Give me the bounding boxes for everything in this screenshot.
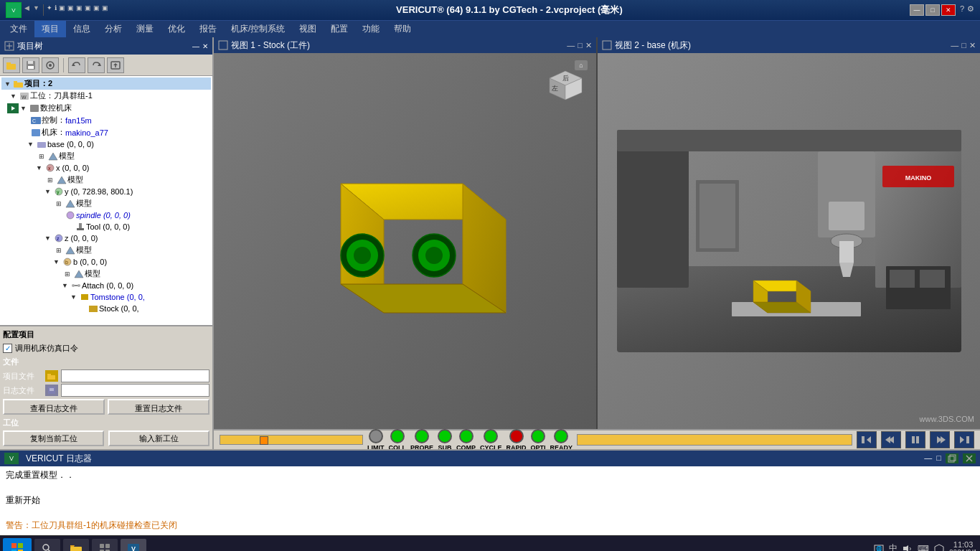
qa-back-btn[interactable]: ◀ (23, 4, 31, 16)
sim-back-btn[interactable] (881, 431, 901, 448)
sim-rapid-indicator[interactable]: RAPID (507, 429, 527, 450)
vp2-restore-btn[interactable]: □ (961, 41, 966, 50)
vp1-minimize-btn[interactable]: — (567, 41, 575, 50)
window-minimize-btn[interactable]: — (910, 4, 924, 16)
panel-minimize-btn[interactable]: — (192, 42, 199, 50)
sim-probe-indicator[interactable]: PROBE (410, 429, 433, 450)
menu-help[interactable]: 帮助 (387, 21, 418, 38)
sim-coll-indicator[interactable]: COLL (389, 429, 407, 450)
tree-item-z[interactable]: ▼ z z (0, 0, 0) (1, 232, 211, 244)
window-close-btn[interactable]: ✕ (941, 4, 956, 16)
language-indicator[interactable]: 中 (889, 542, 897, 551)
tree-item-model2[interactable]: ⊞ 模型 (1, 174, 211, 186)
copy-workpos-btn[interactable]: 复制当前工位 (3, 430, 104, 446)
reset-log-btn[interactable]: 重置日志文件 (108, 399, 209, 415)
tree-arrow-model5[interactable]: ⊞ (65, 270, 73, 278)
proj-redo-btn[interactable] (88, 57, 105, 73)
tree-arrow-station[interactable]: ▼ (10, 93, 19, 100)
taskbar-apps-btn[interactable] (92, 539, 118, 552)
taskbar-start-btn[interactable] (3, 538, 32, 552)
panel-close-btn[interactable]: ✕ (202, 42, 208, 50)
menu-config[interactable]: 配置 (324, 21, 355, 38)
menu-measure[interactable]: 测量 (129, 21, 161, 38)
tree-arrow-z[interactable]: ▼ (44, 235, 53, 242)
tree-arrow-model2[interactable]: ⊞ (47, 176, 56, 184)
tree-item-tool[interactable]: Tool (0, 0, 0) (1, 221, 211, 232)
settings-btn[interactable]: ⚙ (967, 4, 974, 16)
log-maximize-btn[interactable]: □ (936, 453, 941, 463)
menu-machine[interactable]: 机床/控制系统 (224, 21, 292, 38)
sim-slider-thumb[interactable] (260, 436, 268, 445)
sim-comp-indicator[interactable]: COMP (456, 429, 476, 450)
sim-forward-btn[interactable] (930, 431, 950, 448)
input-workpos-btn[interactable]: 输入新工位 (108, 430, 209, 446)
sim-cycle-indicator[interactable]: CYCLE (480, 429, 502, 450)
tree-arrow-model4[interactable]: ⊞ (56, 247, 65, 254)
menu-file[interactable]: 文件 (3, 21, 34, 38)
log-file-input[interactable]: 11.log (61, 384, 209, 397)
tree-arrow-tomstone[interactable]: ▼ (70, 293, 79, 301)
tree-arrow-project[interactable]: ▼ (4, 80, 13, 88)
proj-open-btn[interactable] (3, 57, 20, 73)
menu-report[interactable]: 报告 (192, 21, 224, 38)
viewport2-canvas[interactable]: MAKINO www.3DS.COM (598, 53, 980, 429)
taskbar-vericut-btn[interactable]: V (121, 539, 146, 552)
tree-arrow-cnc[interactable]: ▼ (20, 105, 29, 112)
vp2-close-btn[interactable]: ✕ (969, 41, 976, 50)
tree-arrow-x[interactable]: ▼ (36, 164, 44, 171)
log-minimize-btn[interactable]: — (924, 453, 932, 463)
machine-sim-checkbox[interactable] (3, 344, 12, 353)
menu-info[interactable]: 信息 (66, 21, 98, 38)
tree-item-machine[interactable]: 机床：makino_a77 (1, 126, 211, 138)
tree-item-tomstone[interactable]: ▼ Tomstone (0, 0, (1, 291, 211, 303)
taskbar-search-btn[interactable] (34, 539, 60, 552)
tree-arrow-base[interactable]: ▼ (27, 141, 36, 148)
tree-arrow-y[interactable]: ▼ (44, 188, 53, 195)
tree-item-project[interactable]: ▼ 项目：2 (1, 77, 211, 90)
sim-opti-indicator[interactable]: OPTI (531, 429, 546, 450)
sim-ready-indicator[interactable]: READY (550, 429, 573, 450)
log-clear-icon[interactable] (963, 453, 976, 463)
tree-item-station[interactable]: ▼ W 工位：刀具群组-1 (1, 90, 211, 102)
tree-item-x[interactable]: ▼ x x (0, 0, 0) (1, 162, 211, 174)
menu-project[interactable]: 项目 (34, 21, 66, 38)
vp1-restore-btn[interactable]: □ (578, 41, 583, 50)
tree-item-model4[interactable]: ⊞ 模型 (1, 244, 211, 256)
menu-function[interactable]: 功能 (355, 21, 387, 38)
proj-save-btn[interactable] (22, 57, 39, 73)
tree-arrow-model1[interactable]: ⊞ (39, 153, 47, 160)
tree-item-spindle[interactable]: spindle (0, 0, 0) (1, 209, 211, 221)
project-tree-view[interactable]: ▼ 项目：2 ▼ W 工位：刀具群组-1 ▼ (0, 76, 212, 325)
tree-item-y[interactable]: ▼ y y (0, 728.98, 800.1) (1, 186, 211, 197)
project-file-input[interactable]: esktop网盘文件快传卧式2.vcproje (61, 369, 209, 382)
proj-undo-btn[interactable] (68, 57, 85, 73)
viewport1-canvas[interactable]: ⌂ 后 左 (214, 53, 596, 429)
tree-item-attach[interactable]: ▼ Attach (0, 0, 0) (1, 280, 211, 291)
log-copy-icon[interactable] (946, 453, 958, 463)
tree-item-model5[interactable]: ⊞ 模型 (1, 268, 211, 280)
tree-arrow-attach[interactable]: ▼ (62, 282, 70, 289)
window-maximize-btn[interactable]: □ (925, 4, 940, 16)
tree-item-model1[interactable]: ⊞ 模型 (1, 150, 211, 162)
tree-item-base[interactable]: ▼ base (0, 0, 0) (1, 138, 211, 150)
sim-sub-indicator[interactable]: SUB (438, 429, 452, 450)
tree-item-stock[interactable]: Stock (0, 0, (1, 303, 211, 314)
menu-optimize[interactable]: 优化 (161, 21, 192, 38)
view-log-btn[interactable]: 查看日志文件 (3, 399, 105, 415)
proj-props-btn[interactable] (42, 57, 59, 73)
tree-item-model3[interactable]: ⊞ 模型 (1, 197, 211, 209)
sim-pause-btn[interactable] (905, 431, 925, 448)
sim-rewind-btn[interactable] (857, 431, 877, 448)
sim-slider-track[interactable] (220, 435, 363, 445)
qa-dropdown-btn[interactable]: ▼ (32, 4, 41, 16)
taskbar-explorer-btn[interactable] (63, 539, 89, 552)
sim-limit-indicator[interactable]: LIMIT (367, 429, 385, 450)
tree-item-control[interactable]: C 控制：fan15m (1, 114, 211, 126)
vp1-close-btn[interactable]: ✕ (585, 41, 592, 50)
tree-arrow-b[interactable]: ▼ (53, 258, 62, 265)
tree-arrow-model3[interactable]: ⊞ (56, 200, 65, 207)
sim-fastforward-btn[interactable] (954, 431, 974, 448)
help-btn[interactable]: ? (960, 4, 964, 16)
vp2-minimize-btn[interactable]: — (951, 41, 958, 50)
tree-item-b[interactable]: ▼ b b (0, 0, 0) (1, 256, 211, 268)
